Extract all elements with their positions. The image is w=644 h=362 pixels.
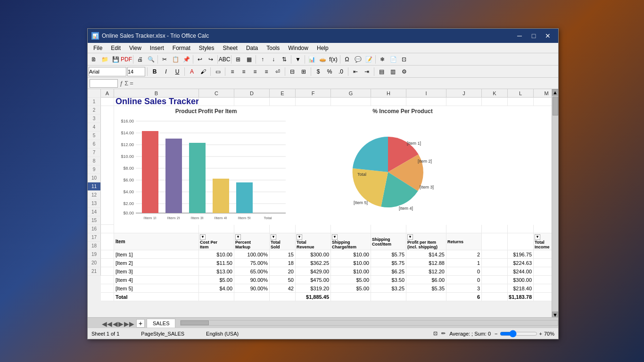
markup-filter-btn[interactable]: ▼ <box>235 234 241 240</box>
cell-k19[interactable] <box>482 276 508 284</box>
cell-b15[interactable] <box>114 225 199 233</box>
h-scroll-thumb[interactable] <box>181 321 209 325</box>
percent-btn[interactable]: % <box>324 66 335 77</box>
cell-d17[interactable]: 75.00% <box>234 259 270 267</box>
grid-btn[interactable]: ⊡ <box>399 54 409 65</box>
cell-h19[interactable]: $3.50 <box>371 276 406 284</box>
indent-dec-btn[interactable]: ⇤ <box>350 66 361 77</box>
cell-k1[interactable] <box>482 98 508 106</box>
col-header-f[interactable]: F <box>296 89 331 97</box>
cell-i16[interactable]: $14.25 <box>406 250 446 259</box>
row-7[interactable]: 7 <box>88 148 101 157</box>
cut-btn[interactable]: ✂ <box>159 54 170 65</box>
table-btn[interactable]: ⊞ <box>233 54 243 65</box>
sort-asc-btn[interactable]: ↑ <box>257 54 268 65</box>
cell-e21[interactable] <box>270 293 296 301</box>
page-btn[interactable]: 📄 <box>388 54 398 65</box>
function-wizard-icon[interactable]: ƒ <box>120 80 123 87</box>
header-revenue[interactable]: ▼ TotalRevenue <box>296 233 331 250</box>
cell-d15[interactable] <box>234 225 270 233</box>
cell-h15[interactable] <box>371 225 406 233</box>
comment-btn[interactable]: 💬 <box>353 54 363 65</box>
menu-edit[interactable]: Edit <box>107 44 124 52</box>
cell-j18[interactable]: 0 <box>446 267 482 276</box>
filter-btn[interactable]: ▼ <box>293 54 303 65</box>
ship-c-filter-btn[interactable]: ▼ <box>332 234 338 240</box>
col-header-k[interactable]: K <box>482 89 508 97</box>
cell-c17[interactable]: $11.50 <box>199 259 234 267</box>
tab-prev-btn[interactable]: ◀ <box>113 320 118 328</box>
cell-b21[interactable]: Total <box>114 293 199 301</box>
chart-btn[interactable]: 📊 <box>306 54 317 65</box>
note-btn[interactable]: 📝 <box>363 54 374 65</box>
font-selector[interactable] <box>89 67 126 76</box>
cell-d16[interactable]: 100.00% <box>234 250 270 259</box>
cell-i18[interactable]: $12.20 <box>406 267 446 276</box>
cell-d20[interactable]: 90.00% <box>234 284 270 293</box>
formula-input[interactable] <box>135 79 556 88</box>
cell-f21[interactable]: $1,885.45 <box>296 293 331 301</box>
cell-e15[interactable] <box>270 225 296 233</box>
col-btn[interactable]: ▦ <box>244 54 254 65</box>
menu-sheet[interactable]: Sheet <box>219 44 241 52</box>
cell-l18[interactable]: $244.00 <box>508 267 534 276</box>
menu-view[interactable]: View <box>125 44 145 52</box>
cell-e1[interactable] <box>270 98 296 106</box>
currency-btn[interactable]: $ <box>313 66 323 77</box>
cell-k18[interactable] <box>482 267 508 276</box>
indent-inc-btn[interactable]: ⇥ <box>362 66 372 77</box>
rev-filter-btn[interactable]: ▼ <box>297 234 302 240</box>
cell-f17[interactable]: $362.25 <box>296 259 331 267</box>
row-16[interactable]: 16 <box>88 225 101 233</box>
header-profit[interactable]: ▼ Profit per Item(incl. shipping) <box>406 233 446 250</box>
cell-a18[interactable] <box>101 267 114 276</box>
cell-f15[interactable] <box>296 225 331 233</box>
tab-last-btn[interactable]: ▶▶ <box>124 320 134 328</box>
paste-btn[interactable]: 📌 <box>181 54 191 65</box>
cell-e20[interactable]: 42 <box>270 284 296 293</box>
cell-reference[interactable]: P11 <box>90 79 118 88</box>
cell-l-hdr[interactable] <box>508 233 534 250</box>
add-sheet-btn[interactable]: + <box>136 319 145 328</box>
row-2[interactable]: 2 <box>88 106 101 115</box>
decimal-btn[interactable]: .0 <box>336 66 346 77</box>
font-color-btn[interactable]: A <box>187 66 197 77</box>
row-14[interactable]: 14 <box>88 208 101 216</box>
header-returns[interactable]: Returns <box>446 233 482 250</box>
cell-b19[interactable]: [Item 4] <box>114 276 199 284</box>
justify-btn[interactable]: ≡ <box>261 66 272 77</box>
row-19[interactable]: 19 <box>88 250 101 259</box>
cell-l21[interactable]: $1,183.78 <box>508 293 534 301</box>
col-header-g[interactable]: G <box>331 89 371 97</box>
open-btn[interactable]: 📁 <box>99 54 110 65</box>
style-btn[interactable]: ▥ <box>388 66 398 77</box>
cell-c1[interactable] <box>199 98 234 106</box>
cell-i15[interactable] <box>406 225 446 233</box>
font-size-selector[interactable] <box>127 67 145 76</box>
cell-h20[interactable]: $3.25 <box>371 284 406 293</box>
header-ship-cost[interactable]: ShippingCost/Item <box>371 233 406 250</box>
col-header-b[interactable]: B <box>114 89 199 97</box>
row-9[interactable]: 9 <box>88 165 101 174</box>
sort-btn[interactable]: ⇅ <box>279 54 289 65</box>
cell-l20[interactable]: $218.40 <box>508 284 534 293</box>
cell-i17[interactable]: $12.88 <box>406 259 446 267</box>
menu-data[interactable]: Data <box>242 44 262 52</box>
col-header-i[interactable]: I <box>406 89 446 97</box>
cell-g1[interactable] <box>331 98 371 106</box>
menu-help[interactable]: Help <box>313 44 332 52</box>
vertical-scrollbar[interactable]: ▲ ▼ <box>552 89 558 318</box>
tab-first-btn[interactable]: ◀◀ <box>102 320 112 328</box>
cell-g16[interactable]: $10.00 <box>331 250 371 259</box>
cell-a19[interactable] <box>101 276 114 284</box>
header-ship-charge[interactable]: ▼ ShippingCharge/Item <box>331 233 371 250</box>
header-sold[interactable]: ▼ TotalSold <box>270 233 296 250</box>
col-header-a[interactable]: A <box>101 89 114 97</box>
cell-c19[interactable]: $5.00 <box>199 276 234 284</box>
cell-i21[interactable] <box>406 293 446 301</box>
cell-j19[interactable]: 0 <box>446 276 482 284</box>
col-header-e[interactable]: E <box>270 89 296 97</box>
cell-k16[interactable] <box>482 250 508 259</box>
cell-d19[interactable]: 90.00% <box>234 276 270 284</box>
cell-b17[interactable]: [Item 2] <box>114 259 199 267</box>
